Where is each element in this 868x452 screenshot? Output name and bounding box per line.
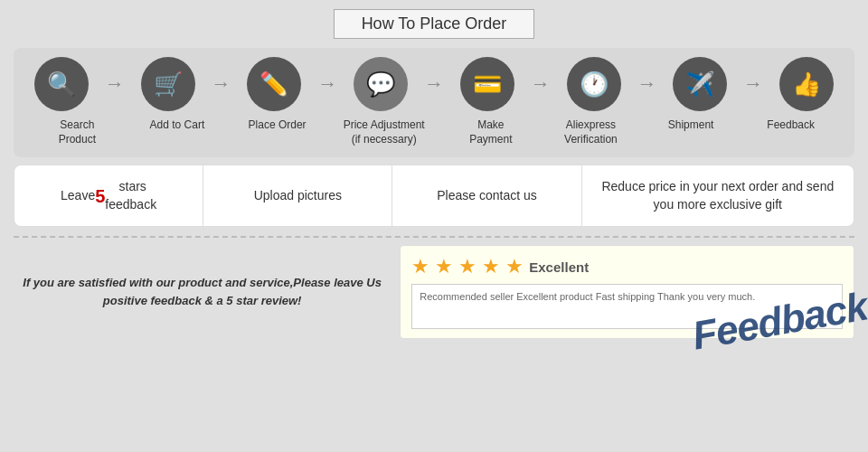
main-container: How To Place Order 🔍 → 🛒 → ✏️ → 💬 → 💳 → … — [0, 0, 868, 452]
bottom-section: If you are satisfied with our product an… — [14, 245, 854, 339]
star-2: ★ — [435, 255, 453, 278]
step-icon-price: 💬 — [354, 57, 408, 111]
steps-icons-row: 🔍 → 🛒 → ✏️ → 💬 → 💳 → 🕐 → ✈️ → 👍 — [27, 57, 841, 111]
step-label-order: Place Order — [241, 118, 314, 133]
step-icon-cart: 🛒 — [141, 57, 195, 111]
arrow-5: → — [531, 72, 551, 96]
page-title: How To Place Order — [334, 9, 535, 39]
step-icon-payment: 💳 — [460, 57, 514, 111]
step-label-search: SearchProduct — [41, 118, 113, 146]
step-label-feedback: Feedback — [755, 118, 827, 133]
step-label-price: Price Adjustment(if necessary) — [341, 118, 427, 146]
star-5: ★ — [505, 255, 524, 278]
arrow-7: → — [743, 72, 763, 96]
step-icon-verify: 🕐 — [567, 57, 621, 111]
step-icon-shipment: ✈️ — [673, 57, 727, 111]
stars-row: ★ ★ ★ ★ ★ Excellent — [411, 255, 843, 278]
arrow-6: → — [637, 72, 656, 96]
star-3: ★ — [458, 255, 476, 278]
step-label-shipment: Shipment — [655, 118, 727, 133]
star-1: ★ — [411, 255, 429, 278]
benefit-upload: Upload pictures — [203, 165, 392, 226]
steps-area: 🔍 → 🛒 → ✏️ → 💬 → 💳 → 🕐 → ✈️ → 👍 SearchPr… — [14, 48, 854, 157]
step-icon-search: 🔍 — [34, 57, 89, 111]
step-label-cart: Add to Cart — [141, 118, 213, 133]
arrow-4: → — [424, 72, 444, 96]
step-icon-feedback: 👍 — [779, 57, 834, 111]
step-label-payment: MakePayment — [455, 118, 527, 146]
satisfaction-text: If you are satisfied with our product an… — [14, 245, 391, 339]
step-label-verify: AliexpressVerification — [554, 118, 627, 146]
benefit-contact: Please contact us — [392, 165, 581, 226]
stars-number: 5 — [95, 184, 105, 209]
title-box: How To Place Order — [14, 9, 854, 39]
dashed-separator — [14, 236, 854, 238]
step-icon-order: ✏️ — [247, 57, 301, 111]
steps-labels-row: SearchProduct Add to Cart Place Order Pr… — [27, 118, 841, 146]
benefits-row: Leave 5 starsfeedback Upload pictures Pl… — [14, 165, 854, 227]
arrow-2: → — [212, 72, 231, 96]
rating-label: Excellent — [529, 259, 589, 275]
star-4: ★ — [482, 255, 500, 278]
arrow-1: → — [105, 72, 125, 96]
benefit-reward: Reduce price in your next order and send… — [582, 165, 854, 226]
arrow-3: → — [317, 72, 337, 96]
benefit-stars: Leave 5 starsfeedback — [14, 165, 203, 226]
